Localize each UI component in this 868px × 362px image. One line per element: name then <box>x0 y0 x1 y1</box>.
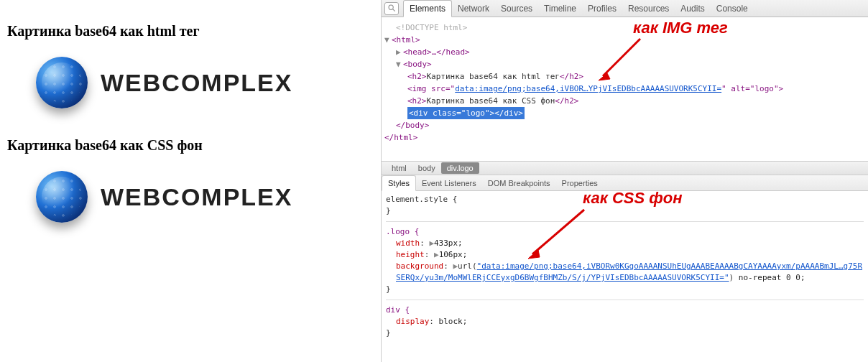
tab-event-listeners[interactable]: Event Listeners <box>416 176 482 190</box>
breadcrumb: html body div.logo <box>382 161 868 175</box>
page-preview: Картинка base64 как html тег WEBCOMPLEX … <box>0 0 381 251</box>
svg-line-1 <box>392 9 394 11</box>
search-icon[interactable] <box>384 2 399 15</box>
svg-line-2 <box>603 39 640 76</box>
tab-audits[interactable]: Audits <box>675 1 710 17</box>
tab-resources[interactable]: Resources <box>622 1 675 17</box>
devtools-panel: Elements Network Sources Timeline Profil… <box>381 0 868 362</box>
dom-body-open[interactable]: <body> <box>403 60 432 69</box>
rule-div-selector[interactable]: div { <box>386 305 864 316</box>
dom-img-tag[interactable]: <img src="data:image/png;base64,iVBOR…YP… <box>384 83 865 95</box>
tab-console[interactable]: Console <box>711 1 754 17</box>
dom-tree[interactable]: <!DOCTYPE html> ▼<html> ▶<head>…</head> … <box>382 17 868 161</box>
svg-marker-5 <box>528 250 540 259</box>
dom-html-open[interactable]: <html> <box>392 35 420 45</box>
annotation-css-bg: как CSS фон <box>583 192 682 204</box>
tab-sources[interactable]: Sources <box>495 1 538 17</box>
prop-background[interactable]: background: ▶url("data:image/png;base64,… <box>386 261 864 284</box>
svg-line-4 <box>532 210 584 254</box>
logo-sphere-icon <box>36 57 88 108</box>
heading-img-tag: Картинка base64 как html тег <box>7 23 374 40</box>
rule-close: } <box>386 205 864 217</box>
dom-html-close[interactable]: </html> <box>384 133 417 142</box>
logo-text: WEBCOMPLEX <box>101 69 292 97</box>
rule-close: } <box>386 284 864 295</box>
logo-as-img: WEBCOMPLEX <box>36 57 374 108</box>
rule-logo-selector[interactable]: .logo { <box>386 226 864 238</box>
crumb-body[interactable]: body <box>412 162 441 174</box>
dom-body-close[interactable]: </body> <box>396 121 429 130</box>
dom-div-logo[interactable]: <div class="logo"></div> <box>384 107 865 119</box>
tab-network[interactable]: Network <box>452 1 495 17</box>
prop-width[interactable]: width: ▶433px; <box>386 238 864 249</box>
styles-panel[interactable]: element.style { } .logo { width: ▶433px;… <box>382 191 868 356</box>
tab-timeline[interactable]: Timeline <box>538 1 582 17</box>
tab-styles[interactable]: Styles <box>382 175 416 191</box>
tab-dom-breakpoints[interactable]: DOM Breakpoints <box>482 176 556 190</box>
crumb-div-logo[interactable]: div.logo <box>441 162 479 174</box>
tab-properties[interactable]: Properties <box>556 176 604 190</box>
dom-doctype[interactable]: <!DOCTYPE html> <box>384 22 865 34</box>
prop-height[interactable]: height: ▶106px; <box>386 249 864 261</box>
annotation-img-tag: как IMG тег <box>633 22 728 34</box>
dom-h2-css[interactable]: <h2>Картинка base64 как CSS фон</h2> <box>384 95 865 107</box>
prop-display[interactable]: display: block; <box>386 316 864 328</box>
heading-css-bg: Картинка base64 как CSS фон <box>7 137 374 154</box>
devtools-toolbar: Elements Network Sources Timeline Profil… <box>382 0 868 17</box>
tab-profiles[interactable]: Profiles <box>582 1 622 17</box>
logo-sphere-icon <box>36 171 88 223</box>
logo-text: WEBCOMPLEX <box>101 183 292 211</box>
rule-close: } <box>386 328 864 339</box>
crumb-html[interactable]: html <box>386 162 412 174</box>
svg-point-0 <box>389 5 393 9</box>
dom-head[interactable]: <head>…</head> <box>403 47 470 57</box>
tab-elements[interactable]: Elements <box>403 0 452 17</box>
logo-as-css-bg: WEBCOMPLEX <box>36 171 374 223</box>
